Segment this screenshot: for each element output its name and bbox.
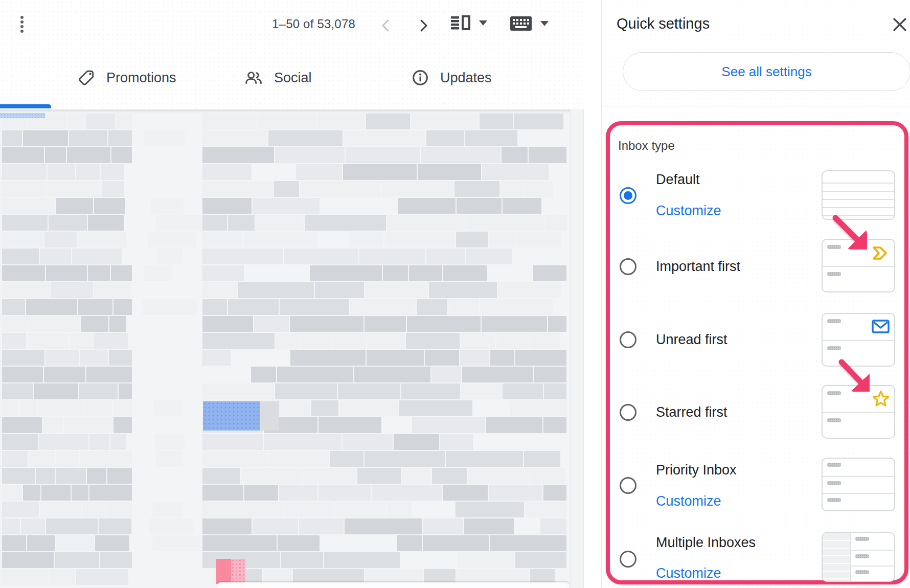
input-tools-button[interactable] (510, 16, 549, 31)
blurred-row-block (407, 316, 481, 332)
blurred-row-block (202, 502, 283, 517)
blurred-row-block (345, 518, 422, 534)
vertical-scrollbar[interactable] (570, 109, 584, 588)
blurred-row-block (545, 215, 566, 231)
blurred-row-block (425, 350, 459, 366)
inbox-option-important-radio[interactable] (620, 258, 636, 275)
blurred-row-block (82, 502, 105, 517)
blurred-row-block (457, 198, 502, 214)
tab-social[interactable]: Social (244, 61, 312, 94)
inbox-option-priority-label: Priority Inbox (656, 462, 737, 478)
blurred-row-block (534, 367, 566, 382)
blurred-row-block (372, 485, 442, 501)
blurred-row-block (2, 198, 55, 214)
see-all-settings-button[interactable]: See all settings (623, 52, 910, 91)
blurred-row-block (456, 232, 488, 247)
blurred-row-block (482, 164, 549, 180)
blurred-row-block (2, 552, 54, 568)
blurred-row-block (202, 451, 267, 467)
horizontal-scrollbar[interactable] (217, 582, 569, 588)
overflow-menu-icon[interactable] (20, 16, 24, 34)
blurred-row-block (202, 232, 242, 247)
blurred-row-block (2, 164, 47, 180)
blurred-row-block (318, 485, 371, 501)
blurred-row-block (156, 451, 183, 467)
inbox-option-multiple-label: Multiple Inboxes (656, 535, 756, 551)
blurred-row-block (44, 232, 77, 247)
thumb-text-pill (827, 418, 841, 422)
blurred-row-block (89, 434, 109, 450)
blurred-row-block (56, 451, 79, 467)
blurred-row-block (446, 451, 523, 467)
blurred-row-block (498, 282, 561, 298)
thumb-text-pill (827, 463, 841, 467)
thumb-text-pill (827, 391, 841, 395)
active-tab-indicator (0, 104, 51, 108)
blurred-row-block (155, 434, 185, 450)
blurred-row-block (19, 400, 37, 416)
selected-email-highlight (203, 401, 260, 431)
blurred-row-block (48, 164, 76, 180)
blurred-row-block (268, 451, 329, 467)
inbox-option-starred-radio[interactable] (620, 404, 636, 421)
blurred-row-block (202, 333, 275, 349)
blurred-row-block (110, 434, 126, 450)
blurred-row-block (202, 147, 274, 163)
blurred-row-block (55, 552, 99, 568)
inbox-option-default-label: Default (656, 172, 700, 188)
blurred-row-block (318, 417, 381, 433)
blurred-row-block (490, 535, 566, 551)
blurred-row-block (202, 198, 252, 214)
blurred-row-block (429, 282, 497, 298)
blurred-row-block (500, 181, 524, 197)
blurred-row-block (76, 164, 99, 180)
blurred-row-block (21, 518, 45, 534)
blurred-row-block (418, 164, 481, 180)
blurred-row-block (296, 164, 342, 180)
blurred-row-block (23, 130, 68, 146)
newer-page-button[interactable] (375, 14, 397, 37)
blurred-row-block (202, 518, 252, 534)
blurred-row-block (303, 468, 356, 484)
tab-updates[interactable]: Updates (412, 61, 492, 94)
blurred-row-block (2, 367, 43, 382)
tab-promotions[interactable]: Promotions (78, 61, 176, 94)
older-page-button[interactable] (412, 14, 435, 37)
close-panel-button[interactable] (892, 17, 910, 35)
priority-customize-link[interactable]: Customize (656, 493, 721, 509)
blurred-row-block (228, 215, 255, 231)
blurred-row-block (300, 181, 381, 197)
blurred-row-block (202, 350, 231, 366)
pagination-count: 1–50 of 53,078 (230, 17, 355, 31)
default-customize-link[interactable]: Customize (656, 203, 721, 219)
blurred-row-block (461, 333, 495, 349)
blurred-row-block (466, 215, 545, 231)
blurred-row-block (80, 350, 108, 366)
blurred-row-block (2, 299, 25, 315)
blurred-row-block (284, 248, 358, 264)
blurred-row-block (67, 114, 85, 129)
inbox-option-important-label: Important first (656, 259, 740, 275)
blurred-row-block (343, 164, 417, 180)
blurred-row-block (46, 265, 87, 281)
blurred-row-block (95, 535, 129, 551)
blurred-row-block (402, 468, 430, 484)
multiple-customize-link[interactable]: Customize (656, 566, 721, 581)
blurred-row-block (275, 147, 344, 163)
inbox-option-default-radio[interactable] (620, 187, 636, 204)
importance-marker-icon (872, 246, 891, 260)
split-pane-toggle[interactable] (451, 15, 487, 31)
blurred-row-block (113, 299, 132, 315)
blurred-row-block (330, 451, 363, 467)
blurred-row-block (367, 350, 424, 366)
blurred-row-block (2, 434, 38, 450)
blurred-row-block (202, 215, 227, 231)
inbox-option-unread-radio[interactable] (620, 331, 636, 348)
inbox-option-multiple-radio[interactable] (620, 551, 636, 568)
inbox-option-priority-radio[interactable] (620, 477, 636, 494)
blurred-row-block (529, 147, 566, 163)
blurred-row-block (338, 383, 401, 399)
blurred-row-block (46, 518, 97, 534)
close-icon (892, 17, 907, 32)
blurred-row-block (78, 299, 112, 315)
